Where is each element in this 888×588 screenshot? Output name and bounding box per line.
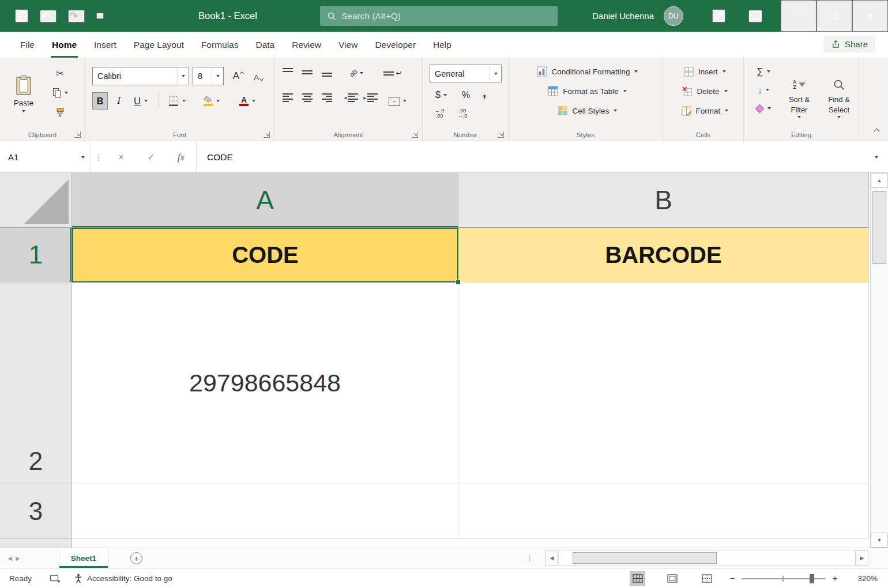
name-box[interactable]: A1 bbox=[0, 142, 91, 172]
top-align-button[interactable] bbox=[283, 68, 293, 77]
row-header-1[interactable]: 1 bbox=[0, 228, 72, 282]
tab-review[interactable]: Review bbox=[283, 32, 330, 58]
insert-function-button[interactable]: fx bbox=[166, 142, 196, 172]
increase-indent-button[interactable]: ▶ bbox=[363, 93, 378, 102]
vertical-scroll-track[interactable] bbox=[871, 188, 888, 533]
customize-quick-access-button[interactable] bbox=[96, 13, 104, 19]
decrease-indent-button[interactable]: ◀ bbox=[344, 93, 358, 102]
close-button[interactable]: × bbox=[852, 0, 888, 32]
redo-button[interactable]: ↷ bbox=[68, 10, 85, 22]
zoom-out-button[interactable]: − bbox=[725, 568, 739, 588]
next-sheet-button[interactable]: ▶ bbox=[8, 548, 28, 568]
search-input[interactable] bbox=[341, 11, 532, 21]
fill-color-button[interactable] bbox=[198, 92, 225, 110]
tab-home[interactable]: Home bbox=[43, 32, 85, 58]
cell-b2[interactable] bbox=[458, 282, 869, 484]
new-sheet-button[interactable]: + bbox=[130, 552, 142, 564]
tab-view[interactable]: View bbox=[330, 32, 366, 58]
accessibility-checker-button[interactable]: Accessibility: Good to go bbox=[67, 568, 179, 588]
zoom-level[interactable]: 320% bbox=[857, 568, 878, 588]
column-header-b[interactable]: B bbox=[458, 173, 869, 228]
page-layout-view-button[interactable] bbox=[664, 571, 680, 586]
cell-b1[interactable]: BARCODE bbox=[458, 228, 869, 282]
cell-styles-button[interactable]: Cell Styles bbox=[517, 103, 658, 119]
font-dialog-launcher[interactable]: ↘ bbox=[264, 131, 270, 138]
tab-data[interactable]: Data bbox=[247, 32, 283, 58]
wrap-text-button[interactable]: ↩ bbox=[383, 66, 402, 81]
bold-button[interactable]: B bbox=[92, 92, 108, 110]
bottom-align-button[interactable] bbox=[322, 68, 332, 77]
decrease-decimal-button[interactable]: .00 →.0 bbox=[453, 106, 472, 121]
column-header-a[interactable]: A bbox=[72, 173, 458, 228]
number-format-select[interactable]: General bbox=[430, 65, 502, 82]
zoom-slider-thumb[interactable] bbox=[810, 574, 814, 583]
inking-button[interactable] bbox=[712, 9, 725, 22]
increase-decimal-button[interactable]: ←.0 .00 bbox=[430, 106, 449, 121]
scroll-down-button[interactable]: ▼ bbox=[871, 533, 888, 548]
vertical-scroll-thumb[interactable] bbox=[872, 191, 886, 264]
expand-formula-bar-button[interactable] bbox=[865, 142, 888, 172]
normal-view-button[interactable] bbox=[630, 571, 645, 586]
tab-developer[interactable]: Developer bbox=[366, 32, 424, 58]
format-as-table-button[interactable]: Format as Table bbox=[517, 83, 658, 99]
cell-a3[interactable] bbox=[72, 484, 458, 539]
tab-page-layout[interactable]: Page Layout bbox=[125, 32, 193, 58]
comma-style-button[interactable]: , bbox=[478, 85, 491, 100]
tab-file[interactable]: File bbox=[12, 32, 43, 58]
delete-cells-button[interactable]: Delete bbox=[671, 83, 739, 99]
format-painter-button[interactable] bbox=[46, 105, 74, 120]
enter-entry-button[interactable]: ✓ bbox=[136, 142, 166, 172]
autosum-button[interactable]: ∑ bbox=[751, 65, 776, 78]
cancel-entry-button[interactable]: × bbox=[106, 142, 136, 172]
clear-button[interactable] bbox=[751, 101, 776, 115]
share-button[interactable]: Share bbox=[823, 36, 875, 52]
insert-cells-button[interactable]: Insert bbox=[671, 63, 739, 80]
fill-button[interactable]: ↓ bbox=[751, 83, 776, 97]
orientation-button[interactable]: ab bbox=[345, 66, 368, 81]
row-header-2[interactable]: 2 bbox=[0, 282, 72, 484]
page-break-view-button[interactable] bbox=[699, 571, 714, 586]
cell-a1-selected[interactable]: CODE bbox=[72, 228, 458, 282]
conditional-formatting-button[interactable]: Conditional Formatting bbox=[517, 63, 658, 80]
copy-button[interactable] bbox=[46, 85, 74, 100]
align-right-button[interactable] bbox=[322, 93, 332, 102]
percent-style-button[interactable]: % bbox=[458, 88, 473, 103]
find-select-button[interactable]: Find & Select bbox=[821, 63, 857, 128]
select-all-button[interactable] bbox=[0, 173, 72, 228]
save-button[interactable] bbox=[15, 9, 28, 22]
cell-a2[interactable]: 29798665848 bbox=[72, 282, 458, 484]
align-left-button[interactable] bbox=[283, 93, 293, 102]
avatar[interactable]: DU bbox=[664, 6, 683, 26]
tab-insert[interactable]: Insert bbox=[85, 32, 125, 58]
borders-button[interactable] bbox=[165, 92, 189, 110]
center-button[interactable] bbox=[302, 93, 313, 102]
scroll-up-button[interactable]: ▲ bbox=[871, 173, 888, 188]
clipboard-dialog-launcher[interactable]: ↘ bbox=[74, 131, 81, 138]
collapse-ribbon-button[interactable] bbox=[875, 126, 879, 135]
font-size-select[interactable]: 8 bbox=[193, 67, 224, 85]
font-name-select[interactable]: Calibri bbox=[92, 67, 189, 85]
accounting-format-button[interactable]: $ bbox=[431, 88, 451, 103]
number-dialog-launcher[interactable]: ↘ bbox=[498, 131, 504, 138]
italic-button[interactable]: I bbox=[112, 92, 126, 110]
formula-bar-content[interactable]: CODE bbox=[196, 142, 865, 172]
row-header-3[interactable]: 3 bbox=[0, 484, 72, 539]
cut-button[interactable]: ✂ bbox=[46, 66, 74, 81]
macro-record-button[interactable] bbox=[43, 568, 67, 588]
scroll-left-button[interactable]: ◀ bbox=[545, 551, 558, 566]
format-cells-button[interactable]: Format bbox=[671, 103, 739, 119]
horizontal-scroll-thumb[interactable] bbox=[573, 552, 717, 564]
fill-handle[interactable] bbox=[456, 280, 461, 285]
paste-button[interactable]: Paste bbox=[7, 63, 40, 123]
search-box[interactable] bbox=[320, 6, 558, 26]
increase-font-size-button[interactable]: A bbox=[229, 68, 247, 84]
minimize-button[interactable] bbox=[781, 0, 816, 32]
maximize-button[interactable] bbox=[816, 0, 852, 32]
decrease-font-size-button[interactable]: A bbox=[250, 70, 266, 84]
horizontal-scrollbar[interactable]: ◀ ▶ bbox=[545, 551, 868, 566]
underline-button[interactable]: U bbox=[129, 92, 152, 110]
cell-b3[interactable] bbox=[458, 484, 869, 539]
zoom-in-button[interactable]: + bbox=[828, 568, 842, 588]
tab-splitter-handle[interactable]: ⋮ bbox=[526, 548, 533, 568]
merge-center-button[interactable]: ↔ bbox=[385, 93, 409, 108]
